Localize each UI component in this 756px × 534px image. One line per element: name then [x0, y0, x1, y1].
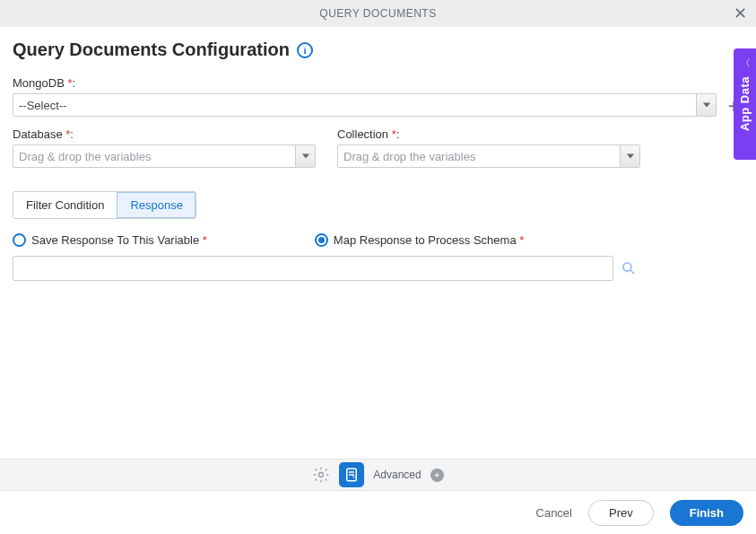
- chevron-down-icon[interactable]: [295, 145, 315, 167]
- dialog-content: Query Documents Configuration i MongoDB …: [0, 27, 756, 281]
- title-row: Query Documents Configuration i: [13, 39, 743, 60]
- advanced-plus-icon[interactable]: +: [430, 468, 444, 482]
- search-icon[interactable]: [621, 260, 637, 276]
- svg-text:?: ?: [352, 475, 355, 480]
- mongodb-select[interactable]: --Select--: [13, 93, 717, 117]
- collection-placeholder: Drag & drop the variables: [338, 145, 620, 167]
- gear-icon[interactable]: [312, 466, 330, 484]
- collection-field: Collection *: Drag & drop the variables: [337, 127, 640, 168]
- footer-bar: ? Advanced +: [0, 459, 756, 491]
- close-icon[interactable]: ✕: [734, 4, 748, 23]
- advanced-label: Advanced: [373, 468, 421, 481]
- app-data-side-tab[interactable]: 〈 App Data: [734, 48, 756, 160]
- svg-line-1: [630, 270, 634, 274]
- database-input[interactable]: Drag & drop the variables: [13, 144, 316, 168]
- mongodb-select-value: --Select--: [13, 94, 696, 116]
- chevron-left-icon: 〈: [740, 56, 751, 71]
- tab-response[interactable]: Response: [117, 192, 196, 218]
- schema-input[interactable]: [13, 256, 613, 281]
- mongodb-label: MongoDB *:: [13, 76, 743, 90]
- radio-save-response[interactable]: Save Response To This Variable *: [13, 233, 207, 247]
- action-row: Cancel Prev Finish: [0, 491, 756, 534]
- radio-icon: [315, 233, 328, 247]
- database-field: Database *: Drag & drop the variables: [13, 127, 316, 168]
- radio-icon: [13, 233, 26, 247]
- tab-group: Filter Condition Response: [13, 191, 196, 219]
- dialog-title: QUERY DOCUMENTS: [319, 7, 436, 20]
- db-collection-row: Database *: Drag & drop the variables Co…: [13, 127, 743, 179]
- radio-map-response-label: Map Response to Process Schema *: [334, 233, 524, 247]
- required-mark: *: [203, 233, 207, 247]
- collection-input[interactable]: Drag & drop the variables: [337, 144, 640, 168]
- svg-point-2: [319, 473, 324, 477]
- svg-point-0: [623, 263, 631, 271]
- database-placeholder: Drag & drop the variables: [13, 145, 295, 167]
- collection-label: Collection *:: [337, 127, 640, 141]
- finish-button[interactable]: Finish: [670, 500, 743, 526]
- document-icon[interactable]: ?: [339, 462, 364, 487]
- radio-save-response-label: Save Response To This Variable *: [31, 233, 207, 247]
- chevron-down-icon[interactable]: [620, 145, 639, 167]
- cancel-button[interactable]: Cancel: [536, 506, 572, 520]
- schema-row: [13, 256, 743, 281]
- database-label: Database *:: [13, 127, 316, 141]
- chevron-down-icon[interactable]: [696, 94, 716, 116]
- radio-map-response[interactable]: Map Response to Process Schema *: [315, 233, 524, 247]
- app-data-label: App Data: [738, 76, 752, 131]
- prev-button[interactable]: Prev: [588, 500, 654, 526]
- info-icon[interactable]: i: [297, 42, 313, 58]
- response-radio-row: Save Response To This Variable * Map Res…: [13, 233, 743, 247]
- mongodb-field: MongoDB *: --Select-- ＋: [13, 76, 743, 117]
- required-mark: *: [519, 233, 524, 247]
- dialog-header: QUERY DOCUMENTS ✕: [0, 0, 756, 27]
- tab-filter-condition[interactable]: Filter Condition: [13, 192, 117, 218]
- page-title: Query Documents Configuration: [13, 39, 290, 60]
